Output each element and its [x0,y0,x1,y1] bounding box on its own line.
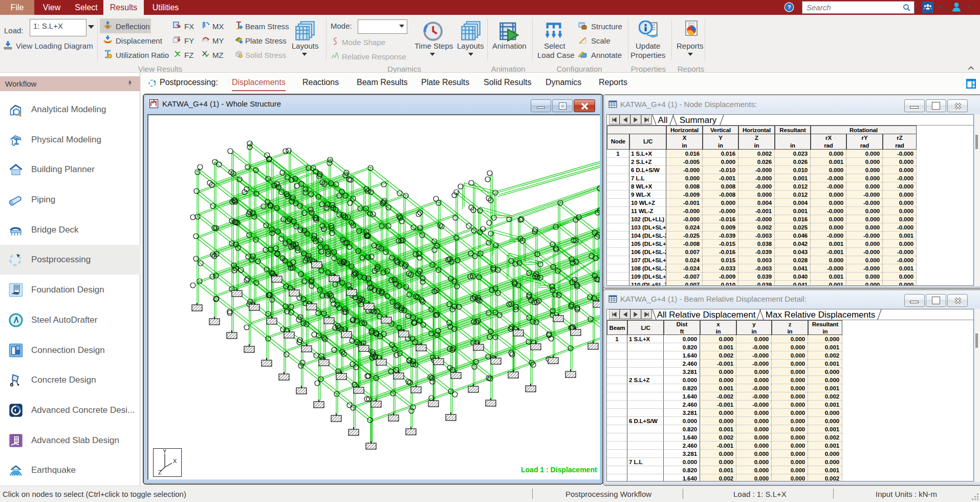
svg-text:Z: Z [158,469,162,475]
svg-text:X: X [173,458,177,464]
svg-text:?: ? [787,4,791,10]
svg-text:Y: Y [163,449,167,454]
